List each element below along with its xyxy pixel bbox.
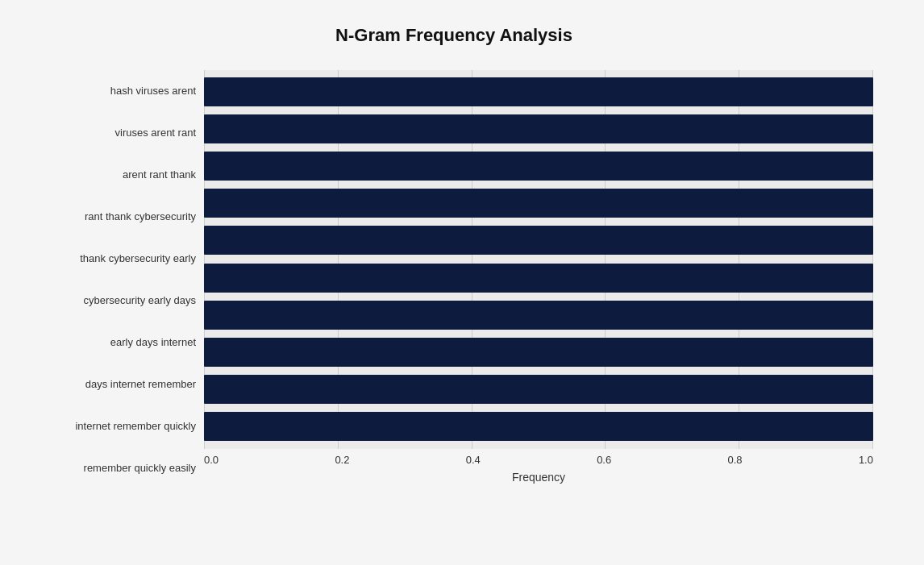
y-axis: hash viruses arentviruses arent rantaren… <box>35 70 204 489</box>
x-tick-0: 0.0 <box>204 454 219 466</box>
x-tick-3: 0.6 <box>597 454 611 466</box>
x-tick-4: 0.8 <box>728 454 743 466</box>
x-ticks: 0.00.20.40.60.81.0 <box>204 449 873 466</box>
bar-2 <box>204 152 873 181</box>
y-label-5: cybersecurity early days <box>35 280 196 321</box>
bar-row-4 <box>204 222 873 258</box>
bar-row-8 <box>204 372 873 407</box>
bar-6 <box>204 301 873 330</box>
bar-0 <box>204 77 873 106</box>
bars-inner <box>204 70 873 449</box>
bar-7 <box>204 338 873 367</box>
bars-and-x: 0.00.20.40.60.81.0 Frequency <box>204 70 873 489</box>
bar-row-5 <box>204 260 873 296</box>
x-tick-2: 0.4 <box>466 454 481 466</box>
bar-row-0 <box>204 74 873 110</box>
bar-row-1 <box>204 111 873 147</box>
bar-row-3 <box>204 185 873 221</box>
bar-9 <box>204 412 873 441</box>
chart-container: N-Gram Frequency Analysis hash viruses a… <box>19 9 905 557</box>
bar-4 <box>204 226 873 255</box>
chart-title: N-Gram Frequency Analysis <box>35 25 873 46</box>
bar-5 <box>204 264 873 293</box>
bar-3 <box>204 189 873 218</box>
x-tick-5: 1.0 <box>859 454 873 466</box>
x-tick-1: 0.2 <box>335 454 349 466</box>
y-label-4: thank cybersecurity early <box>35 239 196 279</box>
bars-wrapper <box>204 70 873 449</box>
y-label-1: viruses arent rant <box>35 113 196 153</box>
x-axis-label: Frequency <box>204 471 873 484</box>
chart-area: hash viruses arentviruses arent rantaren… <box>35 70 873 489</box>
bar-row-2 <box>204 148 873 184</box>
bar-row-9 <box>204 409 873 444</box>
bar-8 <box>204 375 873 404</box>
y-label-6: early days internet <box>35 322 196 363</box>
bar-row-7 <box>204 334 873 370</box>
y-label-9: remember quickly easily <box>35 448 196 488</box>
y-label-3: rant thank cybersecurity <box>35 197 196 237</box>
bar-1 <box>204 114 873 143</box>
y-label-0: hash viruses arent <box>35 71 196 111</box>
y-label-7: days internet remember <box>35 364 196 405</box>
y-label-2: arent rant thank <box>35 155 196 195</box>
bar-row-6 <box>204 297 873 333</box>
x-axis: 0.00.20.40.60.81.0 Frequency <box>204 449 873 489</box>
y-label-8: internet remember quickly <box>35 406 196 447</box>
